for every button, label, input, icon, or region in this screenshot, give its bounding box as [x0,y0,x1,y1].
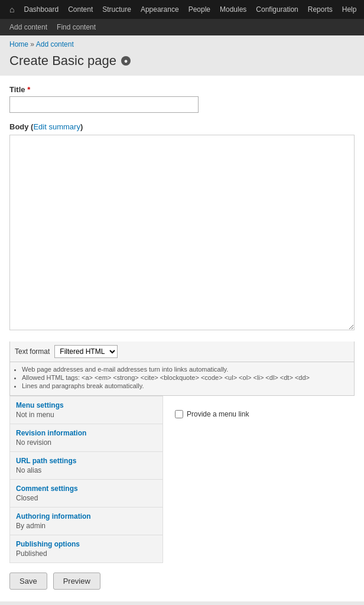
nav-configuration[interactable]: Configuration [251,0,303,19]
breadcrumb-separator: » [30,40,35,48]
nav-content[interactable]: Content [63,0,98,19]
title-input[interactable] [9,96,199,113]
body-textarea[interactable] [9,135,355,330]
sidebar-revision-information: Revision information No revision [9,424,163,451]
provide-menu-link-label: Provide a menu link [187,410,249,418]
format-hint-2: Allowed HTML tags: <a> <em> <strong> <ci… [22,374,349,381]
subnav-find-content[interactable]: Find content [52,19,100,35]
menu-settings-subtitle: Not in menu [16,411,157,419]
bottom-area: Menu settings Not in menu Revision infor… [0,396,364,563]
page-title: Create Basic page [9,53,116,69]
url-path-settings-title[interactable]: URL path settings [16,457,157,465]
home-icon[interactable]: ⌂ [5,0,19,19]
title-label: Title * [9,85,355,94]
publishing-options-title[interactable]: Publishing options [16,540,157,548]
sidebar-column: Menu settings Not in menu Revision infor… [9,396,163,563]
nav-structure[interactable]: Structure [98,0,136,19]
top-navigation: ⌂ Dashboard Content Structure Appearance… [0,0,364,19]
provide-menu-link-checkbox[interactable] [175,410,183,418]
text-format-bar: Text format Filtered HTML [9,341,355,362]
format-hint-3: Lines and paragraphs break automatically… [22,382,349,389]
save-button[interactable]: Save [9,573,47,590]
body-label: Body (Edit summary) [9,122,355,135]
sub-navigation: Add content Find content [0,19,364,35]
format-hints: Web page addresses and e-mail addresses … [9,362,355,396]
form-buttons: Save Preview [0,563,364,601]
breadcrumb: Home » Add content [0,35,364,51]
format-hint-1: Web page addresses and e-mail addresses … [22,366,349,373]
revision-information-title[interactable]: Revision information [16,429,157,437]
publishing-options-subtitle: Published [16,549,157,558]
comment-settings-title[interactable]: Comment settings [16,484,157,493]
title-field-group: Title * [9,85,355,113]
help-icon[interactable]: ● [121,56,131,66]
sidebar-comment-settings: Comment settings Closed [9,479,163,507]
sidebar-publishing-options: Publishing options Published [9,535,163,563]
main-content: Title * Body (Edit summary) Text format … [0,76,364,396]
authoring-information-title[interactable]: Authoring information [16,512,157,521]
text-format-select[interactable]: Filtered HTML [54,345,118,358]
sidebar-menu-settings: Menu settings Not in menu [9,396,163,424]
revision-information-subtitle: No revision [16,438,157,447]
nav-dashboard[interactable]: Dashboard [19,0,63,19]
preview-button[interactable]: Preview [53,573,100,590]
breadcrumb-add-content[interactable]: Add content [36,40,74,48]
menu-settings-title[interactable]: Menu settings [16,401,157,409]
main-right-panel: Provide a menu link [163,396,355,563]
body-field-group: Body (Edit summary) [9,122,355,332]
nav-modules[interactable]: Modules [215,0,251,19]
authoring-information-subtitle: By admin [16,522,157,530]
nav-appearance[interactable]: Appearance [136,0,184,19]
nav-reports[interactable]: Reports [303,0,337,19]
required-indicator: * [27,85,30,94]
breadcrumb-home[interactable]: Home [9,40,28,48]
edit-summary-link[interactable]: Edit summary [33,122,80,131]
sidebar-authoring-information: Authoring information By admin [9,507,163,535]
provide-menu-link-group: Provide a menu link [175,405,355,418]
url-path-settings-subtitle: No alias [16,466,157,474]
subnav-add-content[interactable]: Add content [5,19,52,35]
comment-settings-subtitle: Closed [16,494,157,502]
sidebar-url-path-settings: URL path settings No alias [9,451,163,479]
page-header: Create Basic page ● [0,51,364,76]
nav-help[interactable]: Help [337,0,362,19]
text-format-label: Text format [15,347,50,356]
nav-people[interactable]: People [184,0,215,19]
